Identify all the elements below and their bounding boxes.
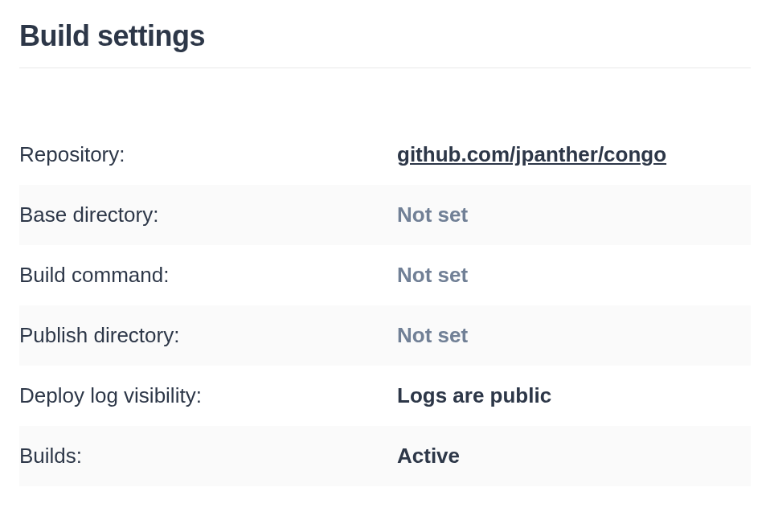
settings-row-repository: Repository: github.com/jpanther/congo xyxy=(19,125,751,185)
section-divider xyxy=(19,68,751,68)
settings-value-publish-directory: Not set xyxy=(397,323,751,348)
settings-row-builds: Builds: Active xyxy=(19,426,751,486)
settings-label-build-command: Build command: xyxy=(19,263,397,288)
settings-value-base-directory: Not set xyxy=(397,203,751,227)
repository-link[interactable]: github.com/jpanther/congo xyxy=(397,142,666,166)
settings-row-base-directory: Base directory: Not set xyxy=(19,185,751,245)
settings-row-deploy-log-visibility: Deploy log visibility: Logs are public xyxy=(19,366,751,426)
settings-label-builds: Builds: xyxy=(19,444,397,469)
settings-value-deploy-log-visibility: Logs are public xyxy=(397,383,751,408)
settings-label-repository: Repository: xyxy=(19,142,397,167)
settings-label-base-directory: Base directory: xyxy=(19,203,397,227)
settings-row-publish-directory: Publish directory: Not set xyxy=(19,305,751,366)
settings-value-build-command: Not set xyxy=(397,263,751,288)
settings-row-build-command: Build command: Not set xyxy=(19,245,751,305)
settings-label-publish-directory: Publish directory: xyxy=(19,323,397,348)
settings-label-deploy-log-visibility: Deploy log visibility: xyxy=(19,383,397,408)
settings-value-repository: github.com/jpanther/congo xyxy=(397,142,751,167)
build-settings-list: Repository: github.com/jpanther/congo Ba… xyxy=(19,125,751,486)
page-title: Build settings xyxy=(19,19,751,53)
settings-value-builds: Active xyxy=(397,444,751,469)
